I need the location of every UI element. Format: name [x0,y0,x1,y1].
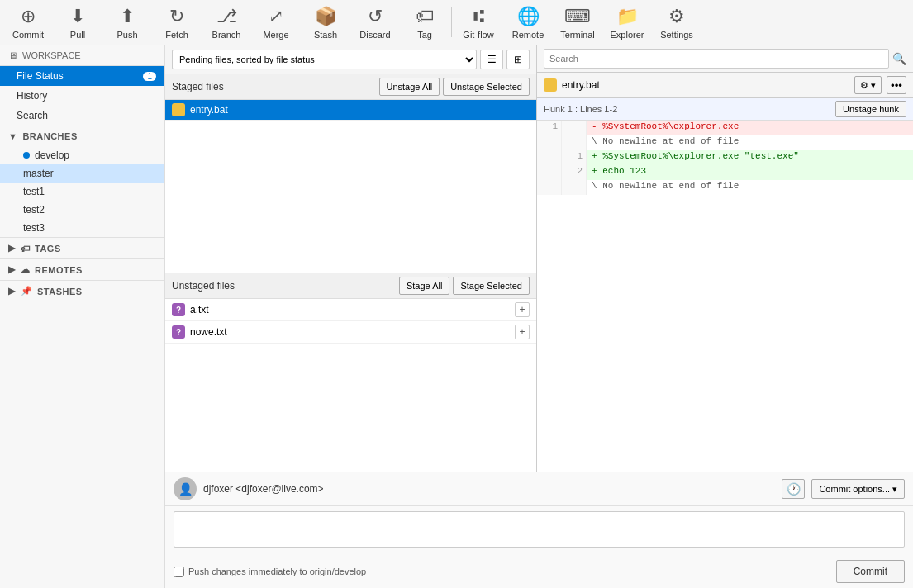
author-name: djfoxer <djfoxer@live.com> [203,483,775,495]
unstaged-file-icon-nowe: ? [172,325,185,339]
toolbar-branch-label: Branch [212,30,241,40]
remotes-label: REMOTES [35,265,83,275]
terminal-icon: ⌨ [564,6,591,27]
main-container: 🖥 WORKSPACE File Status 1 History Search… [0,45,913,588]
staged-buttons: Unstage All Unstage Selected [379,78,530,96]
toolbar-pull[interactable]: ⬇ Pull [53,2,102,43]
sidebar-item-file-status[interactable]: File Status 1 [0,66,164,86]
tags-icon: 🏷 [21,244,31,254]
merge-icon: ⤢ [269,6,283,27]
toolbar-tag[interactable]: 🏷 Tag [400,2,449,43]
staged-file-icon [172,103,185,116]
branch-test3[interactable]: test3 [0,219,164,237]
unstaged-file-nowe-txt[interactable]: ? nowe.txt + [165,321,536,344]
unstaged-filename-a: a.txt [190,304,510,315]
unstage-hunk-button[interactable]: Unstage hunk [835,101,906,117]
staged-file-list: entry.bat — [165,100,536,273]
branch-test2[interactable]: test2 [0,201,164,219]
sidebar-item-search[interactable]: Search [0,106,164,126]
stage-all-button[interactable]: Stage All [399,277,449,295]
diff-line-2: \ No newline at end of file [537,135,913,150]
toolbar-stash[interactable]: 📦 Stash [301,2,350,43]
branches-group-header[interactable]: ▼ BRANCHES [0,126,164,146]
diff-new-num-4: 2 [562,165,587,180]
stage-a-txt-button[interactable]: + [515,302,530,317]
toolbar-settings[interactable]: ⚙ Settings [652,2,701,43]
diff-new-num-5 [562,180,587,195]
remote-icon: 🌐 [517,6,540,27]
commit-button[interactable]: Commit [836,560,905,583]
stashes-arrow-icon: ▶ [8,286,16,296]
search-icon: 🔍 [892,52,906,65]
filter-dropdown[interactable]: Pending files, sorted by file status [172,50,477,69]
grid-view-button[interactable]: ⊞ [506,50,530,69]
active-branch-dot [23,152,30,159]
remotes-group-header[interactable]: ▶ ☁ REMOTES [0,258,164,280]
toolbar-push[interactable]: ⬆ Push [102,2,152,43]
diff-line-content-5: \ No newline at end of file [587,180,913,195]
unstage-selected-button[interactable]: Unstage Selected [443,78,530,96]
diff-line-content-4: + echo 123 [587,165,913,180]
list-view-button[interactable]: ☰ [480,50,503,69]
toolbar-remote[interactable]: 🌐 Remote [503,2,553,43]
staged-header: Staged files Unstage All Unstage Selecte… [165,74,536,100]
settings-gear-icon: ⚙ [860,80,868,91]
diff-new-num-3: 1 [562,150,587,165]
toolbar-explorer[interactable]: 📁 Explorer [602,2,652,43]
toolbar-terminal-label: Terminal [560,30,595,40]
push-checkbox-label[interactable]: Push changes immediately to origin/devel… [174,567,830,577]
diff-line-content-3: + %SystemRoot%\explorer.exe "test.exe" [587,150,913,165]
content-columns: Pending files, sorted by file status ☰ ⊞… [165,45,913,472]
tag-icon: 🏷 [416,6,434,27]
branch-test1[interactable]: test1 [0,183,164,201]
history-button[interactable]: 🕐 [782,479,805,499]
toolbar-explorer-label: Explorer [611,30,644,40]
stashes-icon: 📌 [21,286,33,296]
unstage-file-button[interactable]: — [518,103,530,116]
author-avatar: 👤 [174,477,197,500]
hunk-header: Hunk 1 : Lines 1-2 Unstage hunk [537,98,913,121]
commit-area: 👤 djfoxer <djfoxer@live.com> 🕐 Commit op… [165,472,913,588]
toolbar-settings-label: Settings [660,30,693,40]
toolbar-branch[interactable]: ⎇ Branch [202,2,251,43]
diff-more-button[interactable]: ••• [887,76,906,94]
toolbar-terminal[interactable]: ⌨ Terminal [553,2,602,43]
diff-settings-button[interactable]: ⚙ ▾ [854,76,882,94]
stashes-group-header[interactable]: ▶ 📌 STASHES [0,280,164,301]
toolbar-gitflow[interactable]: ⑆ Git-flow [454,2,503,43]
toolbar-fetch-label: Fetch [165,30,188,40]
commit-message-input[interactable] [174,511,905,548]
toolbar-tag-label: Tag [417,30,432,40]
remotes-icon: ☁ [21,264,31,275]
unstaged-file-a-txt[interactable]: ? a.txt + [165,299,536,321]
settings-dropdown-arrow: ▾ [871,80,876,91]
search-input[interactable] [544,49,889,69]
branch-develop[interactable]: develop [0,146,164,164]
toolbar-fetch[interactable]: ↻ Fetch [152,2,202,43]
commit-options-button[interactable]: Commit options... ▾ [811,479,905,499]
history-label: History [17,90,47,102]
diff-line-5: \ No newline at end of file [537,180,913,195]
sidebar-item-history[interactable]: History [0,86,164,106]
branch-icon: ⎇ [216,6,237,27]
diff-new-num-2 [562,135,587,150]
diff-content: 1 - %SystemRoot%\explorer.exe \ No newli… [537,121,913,472]
push-checkbox[interactable] [174,567,184,577]
diff-old-num-5 [537,180,562,195]
toolbar-merge[interactable]: ⤢ Merge [251,2,301,43]
discard-icon: ↺ [368,6,383,27]
staged-filename: entry.bat [190,104,513,116]
push-checkbox-text: Push changes immediately to origin/devel… [188,567,366,576]
diff-old-num-2 [537,135,562,150]
stage-nowe-txt-button[interactable]: + [515,325,530,339]
branch-develop-label: develop [35,149,69,161]
staged-file-entry-bat[interactable]: entry.bat — [165,100,536,121]
unstage-all-button[interactable]: Unstage All [379,78,440,96]
diff-header: entry.bat ⚙ ▾ ••• [537,73,913,98]
stage-selected-button[interactable]: Stage Selected [453,277,530,295]
diff-line-3: 1 + %SystemRoot%\explorer.exe "test.exe" [537,150,913,165]
tags-group-header[interactable]: ▶ 🏷 TAGS [0,237,164,258]
toolbar-discard[interactable]: ↺ Discard [350,2,400,43]
branch-master[interactable]: master [0,164,164,183]
toolbar-commit[interactable]: ⊕ Commit [3,2,53,43]
